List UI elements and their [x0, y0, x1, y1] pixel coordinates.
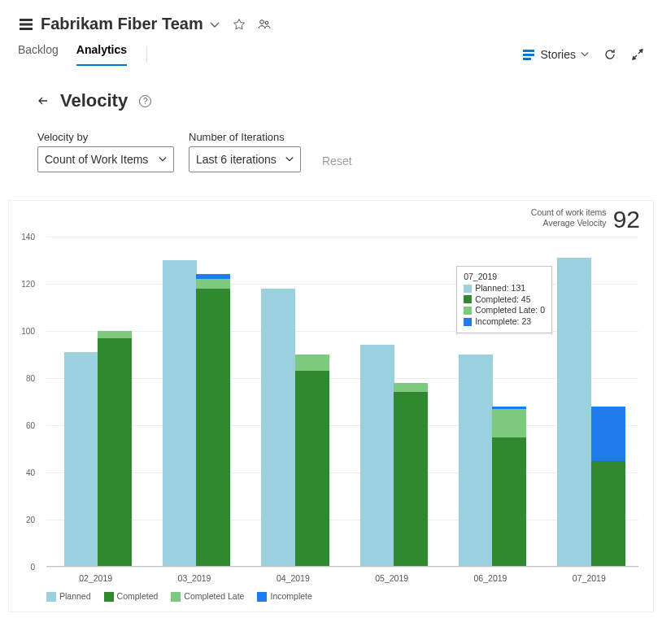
tooltip-planned: Planned: 131: [475, 283, 525, 294]
square-icon: [464, 295, 472, 303]
y-tick: 60: [19, 421, 35, 430]
team-name[interactable]: Fabrikam Fiber Team: [41, 15, 203, 33]
stories-label: Stories: [540, 48, 576, 61]
help-icon[interactable]: ?: [139, 95, 151, 107]
bar-seg-incomplete: [591, 407, 625, 461]
bar-seg-completed: [98, 338, 132, 567]
chart-category: [244, 237, 342, 567]
backlog-level-selector[interactable]: Stories: [522, 48, 589, 61]
bar-planned[interactable]: [64, 352, 98, 567]
bar-stack[interactable]: [492, 407, 526, 567]
iterations-label: Number of Iterations: [189, 131, 301, 143]
tab-analytics[interactable]: Analytics: [76, 43, 127, 66]
y-tick: 140: [19, 233, 35, 242]
bar-stack[interactable]: [591, 407, 625, 567]
svg-rect-5: [523, 50, 534, 52]
bar-seg-late: [196, 279, 230, 289]
x-axis-line: [46, 566, 638, 567]
reset-button[interactable]: Reset: [322, 154, 352, 172]
stories-icon: [522, 48, 535, 61]
tooltip-completed: Completed: 45: [475, 294, 530, 306]
y-tick: 20: [19, 516, 35, 524]
chart-tooltip: 07_2019 Planned: 131 Completed: 45 Compl…: [456, 266, 552, 333]
square-icon: [464, 318, 472, 326]
chart-category: [46, 237, 145, 567]
square-icon: [257, 592, 267, 602]
square-icon: [104, 592, 114, 602]
backlog-board-icon: [18, 16, 34, 33]
bar-seg-late: [295, 355, 329, 371]
bar-seg-completed: [492, 437, 526, 567]
svg-rect-6: [523, 54, 534, 56]
chart-category: [540, 237, 638, 567]
chart-legend: Planned Completed Completed Late Incompl…: [19, 586, 643, 602]
fullscreen-icon[interactable]: [631, 48, 644, 61]
chevron-down-icon: [159, 153, 167, 166]
bar-seg-late: [98, 331, 132, 338]
bar-stack[interactable]: [394, 383, 428, 567]
svg-rect-7: [523, 58, 531, 60]
legend-completed: Completed: [117, 591, 159, 601]
x-label: 06_2019: [441, 568, 539, 586]
svg-rect-0: [20, 19, 33, 21]
x-label: 05_2019: [342, 568, 441, 586]
bar-planned[interactable]: [261, 289, 295, 567]
velocity-by-value: Count of Work Items: [45, 153, 148, 166]
iterations-value: Last 6 iterations: [196, 153, 277, 166]
y-tick: 0: [19, 563, 35, 572]
y-tick: 120: [19, 280, 35, 289]
velocity-by-select[interactable]: Count of Work Items: [37, 146, 174, 172]
bar-seg-completed: [196, 289, 230, 567]
y-tick: 80: [19, 374, 35, 383]
svg-rect-1: [20, 23, 33, 25]
chevron-down-icon: [581, 48, 589, 61]
bar-planned[interactable]: [163, 260, 197, 567]
tooltip-late: Completed Late: 0: [475, 305, 545, 316]
chart-category: [342, 237, 441, 567]
tooltip-incomplete: Incomplete: 23: [475, 316, 531, 328]
square-icon: [171, 592, 181, 602]
bar-stack[interactable]: [295, 355, 329, 567]
bar-stack[interactable]: [196, 274, 230, 567]
metric-line2: Average Velocity: [531, 218, 607, 228]
velocity-chart: 020406080100120140 02_201903_201904_2019…: [19, 237, 643, 586]
chart-category: [145, 237, 243, 567]
velocity-chart-card: Count of work items Average Velocity 92 …: [8, 200, 654, 612]
x-label: 07_2019: [540, 568, 638, 586]
square-icon: [464, 307, 472, 315]
legend-incomplete: Incomplete: [270, 591, 311, 601]
square-icon: [46, 592, 56, 602]
metric-line1: Count of work items: [531, 207, 607, 218]
team-members-icon[interactable]: [257, 17, 272, 32]
bar-planned[interactable]: [459, 355, 493, 567]
square-icon: [464, 285, 472, 293]
bar-planned[interactable]: [360, 345, 394, 567]
legend-planned: Planned: [59, 591, 91, 601]
favorite-star-icon[interactable]: [233, 18, 246, 31]
x-label: 03_2019: [145, 568, 243, 586]
tab-separator: [146, 46, 147, 63]
svg-rect-2: [20, 28, 33, 30]
iterations-select[interactable]: Last 6 iterations: [189, 146, 301, 172]
tab-backlog[interactable]: Backlog: [18, 43, 59, 66]
bar-planned[interactable]: [557, 258, 591, 567]
x-label: 02_2019: [46, 568, 145, 586]
y-tick: 100: [19, 327, 35, 336]
bar-stack[interactable]: [98, 331, 132, 567]
bar-seg-late: [394, 383, 428, 393]
bar-seg-completed: [394, 392, 428, 567]
y-tick: 40: [19, 468, 35, 477]
x-label: 04_2019: [244, 568, 342, 586]
gridline: [46, 567, 638, 568]
svg-point-4: [265, 21, 268, 24]
chevron-down-icon[interactable]: [210, 19, 221, 30]
tooltip-title: 07_2019: [464, 272, 545, 281]
back-arrow-icon[interactable]: [37, 95, 49, 107]
velocity-by-label: Velocity by: [37, 131, 174, 143]
refresh-icon[interactable]: [603, 48, 616, 61]
average-velocity-value: 92: [613, 207, 640, 232]
legend-late: Completed Late: [184, 591, 244, 601]
page-title: Velocity: [60, 90, 128, 111]
bar-seg-completed: [591, 461, 625, 567]
bar-seg-completed: [295, 371, 329, 567]
